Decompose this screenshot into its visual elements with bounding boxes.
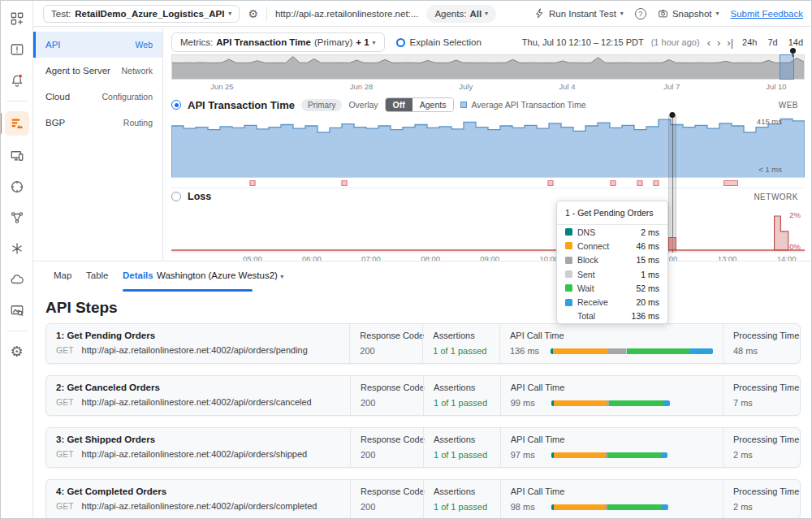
response-code-value: 200 (360, 346, 412, 356)
timeline-brush-chart[interactable] (171, 54, 805, 80)
tooltip-metric-label: Sent (577, 270, 636, 279)
event-marker-wide[interactable] (723, 180, 738, 186)
response-code-header: Response Code (361, 383, 413, 392)
integrations-asterisk-icon[interactable] (6, 238, 28, 259)
tooltip-metric-value: 1 ms (641, 270, 659, 279)
step-summary: 2: Get Canceled OrdersGEThttp://api-az.r… (46, 376, 350, 415)
event-marker[interactable] (249, 180, 255, 186)
tooltip-row: Connect46 ms (557, 239, 667, 253)
network-region-label: NETWORK (754, 192, 805, 201)
agents-selector-dropdown[interactable]: Agents: All ▾ (426, 5, 496, 23)
submit-feedback-link[interactable]: Submit Feedback (731, 9, 804, 19)
loss-zero-label: 0% (789, 242, 801, 251)
timeline-brush-svg (172, 55, 804, 79)
layer-name: BGP (45, 118, 65, 128)
step-summary: 1: Get Pending OrdersGEThttp://api-az.re… (46, 324, 349, 363)
explain-selection-button[interactable]: Explain Selection (396, 37, 482, 47)
loss-radio-unselected[interactable] (171, 192, 181, 201)
range-14d-button[interactable]: 14d (787, 37, 805, 47)
views-icon[interactable] (5, 111, 29, 136)
tooltip-row: Wait52 ms (557, 281, 667, 295)
api-call-time-column: API Call Time136 ms (499, 324, 723, 363)
tab-table[interactable]: Table (86, 270, 109, 280)
tooltip-row: Block15 ms (557, 253, 667, 267)
assertions-value: 1 of 1 passed (434, 502, 490, 512)
notifications-bell-icon[interactable] (6, 70, 28, 91)
topbar-actions: Run Instant Test ▾ ? Snapshot ▾ Submit F… (534, 8, 803, 19)
step-url-row: GEThttp://api-az.retailonlinestore.net:4… (56, 449, 340, 459)
sidebar-item-api[interactable]: APIWeb (33, 32, 162, 58)
api-call-time-value: 98 ms (511, 502, 545, 512)
latest-interval-button[interactable]: ›| (727, 37, 733, 49)
processing-time-value: 48 ms (733, 346, 790, 356)
chart-title: API Transaction Time (188, 99, 295, 111)
time-nav-arrows: ‹››| (707, 37, 733, 49)
event-markers-row (171, 179, 805, 188)
selected-time-pin[interactable] (669, 112, 675, 118)
event-marker[interactable] (341, 180, 347, 186)
range-24h-button[interactable]: 24h (741, 37, 758, 47)
sidebar-item-agent-to-server[interactable]: Agent to ServerNetwork (33, 58, 162, 84)
test-label: Test: (51, 9, 71, 19)
event-marker[interactable] (637, 180, 643, 186)
chart-legend: Average API Transaction Time (460, 100, 585, 110)
tooltip-swatch (565, 257, 572, 264)
tooltip-metric-label: Receive (577, 297, 631, 307)
loss-chart[interactable]: 2% 0% (171, 204, 805, 253)
agent-location-dropdown[interactable]: Washington (Azure Westus2) ▾ (157, 270, 283, 280)
chevron-down-icon: ▾ (485, 10, 488, 17)
assertions-value: 1 of 1 passed (434, 398, 490, 408)
date-ago-text: (1 hour ago) (651, 37, 700, 47)
cloud-icon[interactable] (6, 269, 28, 290)
event-marker[interactable] (548, 180, 554, 186)
prev-interval-button[interactable]: ‹ (707, 37, 710, 49)
tooltip-row: Sent1 ms (557, 267, 667, 281)
timeline-axis-label: Jun 25 (210, 82, 234, 91)
timeline-axis-label: Jul 4 (559, 82, 575, 91)
metric-radio-selected[interactable] (171, 100, 181, 110)
metrics-dropdown[interactable]: Metrics: API Transaction Time (Primary) … (171, 32, 385, 52)
timeline-selection[interactable] (780, 54, 794, 80)
internet-insights-icon[interactable] (6, 176, 28, 197)
tab-map[interactable]: Map (54, 270, 71, 280)
run-instant-test-button[interactable]: Run Instant Test ▾ (534, 8, 624, 19)
tab-details[interactable]: Details (123, 270, 153, 280)
transaction-time-chart[interactable]: 415 ms < 1 ms (171, 115, 805, 178)
overlay-agents-toggle[interactable]: Agents (412, 98, 454, 111)
test-settings-gear-icon[interactable]: ⚙ (248, 7, 258, 20)
endpoints-devices-icon[interactable] (6, 145, 28, 167)
help-icon[interactable]: ? (635, 8, 646, 19)
sidebar-item-bgp[interactable]: BGPRouting (33, 110, 162, 136)
metrics-value: API Transaction Time (216, 37, 311, 47)
next-interval-button[interactable]: › (717, 37, 720, 49)
layer-type: Routing (123, 118, 153, 128)
sidebar-item-cloud[interactable]: CloudConfiguration (33, 84, 162, 110)
agent-location-label: Washington (Azure Westus2) (157, 270, 278, 280)
layer-type: Network (121, 66, 153, 76)
top-bar: Test: RetailDemo_Azure_Logistics_API ▾ ⚙… (33, 1, 812, 27)
snapshot-button[interactable]: Snapshot ▾ (658, 8, 719, 19)
api-call-time-column: API Call Time99 ms (500, 376, 723, 415)
event-marker[interactable] (610, 180, 615, 186)
processing-time-column: Processing Time2 ms (723, 480, 800, 519)
processing-time-column: Processing Time2 ms (723, 428, 800, 467)
test-selector-dropdown[interactable]: Test: RetailDemo_Azure_Logistics_API ▾ (43, 5, 240, 23)
range-7d-button[interactable]: 7d (766, 37, 779, 47)
api-call-time-row: 136 ms (510, 346, 713, 356)
tooltip-metric-label: Connect (577, 241, 631, 251)
api-steps-list: 1: Get Pending OrdersGEThttp://api-az.re… (45, 323, 801, 519)
settings-gear-icon[interactable]: ⚙ (6, 341, 28, 362)
alerts-icon[interactable] (6, 39, 28, 60)
api-call-time-row: 97 ms (511, 450, 713, 460)
network-topology-icon[interactable] (6, 207, 28, 228)
event-marker[interactable] (654, 180, 659, 186)
selected-time-band[interactable] (668, 115, 676, 253)
layer-name: Agent to Server (45, 66, 110, 76)
step-title: 3: Get Shipped Orders (56, 435, 340, 444)
tooltip-row: Total136 ms (557, 309, 667, 323)
chart-tooltip: 1 - Get Pending Orders DNS2 msConnect46 … (556, 201, 668, 324)
dashboards-icon[interactable] (6, 8, 28, 29)
overlay-off-toggle[interactable]: Off (386, 98, 412, 111)
timing-segment (554, 504, 605, 510)
snapshots-gallery-icon[interactable] (6, 300, 28, 321)
